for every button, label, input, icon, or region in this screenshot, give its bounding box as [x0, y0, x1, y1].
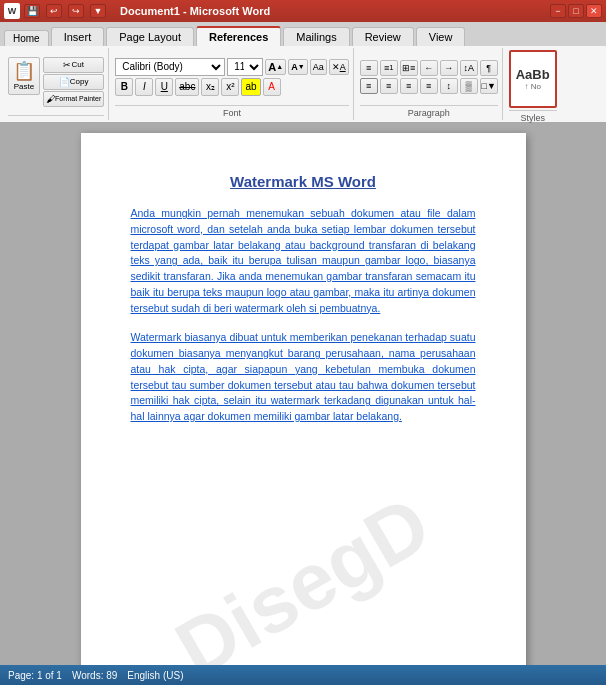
paragraph-label: Paragraph: [360, 105, 498, 118]
document-title: Watermark MS Word: [131, 173, 476, 190]
italic-btn[interactable]: I: [135, 78, 153, 96]
align-center-btn[interactable]: ≡: [380, 78, 398, 94]
styles-group: AaBb ↑ No Styles: [505, 48, 561, 120]
paragraph-group: ≡ ≡1 ⊞≡ ← → ↕A ¶ ≡ ≡ ≡ ≡ ↕ ▒ □▼: [356, 48, 503, 120]
font-label: Font: [115, 105, 348, 118]
clipboard-small-buttons: ✂ Cut 📄 Copy 🖌 Format Painter: [43, 57, 104, 107]
paragraph-controls: ≡ ≡1 ⊞≡ ← → ↕A ¶ ≡ ≡ ≡ ≡ ↕ ▒ □▼: [360, 50, 498, 103]
superscript-btn[interactable]: x²: [221, 78, 239, 96]
clipboard-group: 📋 Paste ✂ Cut 📄 Copy 🖌 Format Painter: [4, 48, 109, 120]
redo-btn[interactable]: ↪: [68, 4, 84, 18]
styles-label: Styles: [509, 110, 557, 123]
minimize-btn[interactable]: −: [550, 4, 566, 18]
tab-review[interactable]: Review: [352, 27, 414, 46]
underline-btn[interactable]: U: [155, 78, 173, 96]
document-page: Watermark MS Word Anda mungkin pernah me…: [81, 133, 526, 685]
bold-btn[interactable]: B: [115, 78, 133, 96]
borders-btn[interactable]: □▼: [480, 78, 498, 94]
customize-btn[interactable]: ▼: [90, 4, 106, 18]
maximize-btn[interactable]: □: [568, 4, 584, 18]
tab-insert[interactable]: Insert: [51, 27, 105, 46]
subscript-btn[interactable]: x₂: [201, 78, 219, 96]
change-case-btn[interactable]: Aa: [310, 59, 327, 75]
app-icon: W: [4, 3, 20, 19]
bullets-btn[interactable]: ≡: [360, 60, 378, 76]
style-normal-btn[interactable]: AaBb ↑ No: [509, 50, 557, 108]
clear-format-btn[interactable]: ✕A: [329, 59, 349, 75]
quick-save-btn[interactable]: 💾: [24, 4, 40, 18]
increase-indent-btn[interactable]: →: [440, 60, 458, 76]
format-painter-btn[interactable]: 🖌 Format Painter: [43, 91, 104, 107]
shading-btn[interactable]: ▒: [460, 78, 478, 94]
clipboard-label: [8, 115, 104, 118]
ribbon-tab-bar: Home Insert Page Layout References Maili…: [0, 22, 606, 46]
copy-btn[interactable]: 📄 Copy: [43, 74, 104, 90]
font-group: Calibri (Body) 11 A▲ A▼ Aa ✕A B I U abc …: [111, 48, 353, 120]
shrink-font-btn[interactable]: A▼: [288, 59, 307, 75]
line-spacing-btn[interactable]: ↕: [440, 78, 458, 94]
show-hide-btn[interactable]: ¶: [480, 60, 498, 76]
paragraph-1: Anda mungkin pernah menemukan sebuah dok…: [131, 206, 476, 316]
ribbon-content: 📋 Paste ✂ Cut 📄 Copy 🖌 Format Painter: [0, 46, 606, 122]
watermark: DisegD: [161, 478, 446, 685]
sort-btn[interactable]: ↕A: [460, 60, 478, 76]
window-controls: − □ ✕: [550, 4, 602, 18]
font-color-btn[interactable]: A: [263, 78, 281, 96]
font-name-select[interactable]: Calibri (Body): [115, 58, 225, 76]
font-controls: Calibri (Body) 11 A▲ A▼ Aa ✕A B I U abc …: [115, 50, 348, 103]
tab-view[interactable]: View: [416, 27, 466, 46]
grow-font-btn[interactable]: A▲: [265, 59, 286, 75]
page-count: Page: 1 of 1: [8, 670, 62, 681]
tab-page-layout[interactable]: Page Layout: [106, 27, 194, 46]
tab-mailings[interactable]: Mailings: [283, 27, 349, 46]
align-left-btn[interactable]: ≡: [360, 78, 378, 94]
window-title: Document1 - Microsoft Word: [120, 5, 270, 17]
close-btn[interactable]: ✕: [586, 4, 602, 18]
ribbon: Home Insert Page Layout References Maili…: [0, 22, 606, 123]
justify-btn[interactable]: ≡: [420, 78, 438, 94]
undo-btn[interactable]: ↩: [46, 4, 62, 18]
clipboard-controls: 📋 Paste ✂ Cut 📄 Copy 🖌 Format Painter: [8, 50, 104, 113]
word-count: Words: 89: [72, 670, 117, 681]
numbering-btn[interactable]: ≡1: [380, 60, 398, 76]
paste-btn[interactable]: 📋 Paste: [8, 57, 40, 95]
decrease-indent-btn[interactable]: ←: [420, 60, 438, 76]
text-highlight-btn[interactable]: ab: [241, 78, 260, 96]
strikethrough-btn[interactable]: abc: [175, 78, 199, 96]
styles-controls: AaBb ↑ No: [509, 50, 557, 108]
document-area: Watermark MS Word Anda mungkin pernah me…: [0, 123, 606, 685]
status-bar: Page: 1 of 1 Words: 89 English (US): [0, 665, 606, 685]
title-bar: W 💾 ↩ ↪ ▼ Document1 - Microsoft Word − □…: [0, 0, 606, 22]
cut-btn[interactable]: ✂ Cut: [43, 57, 104, 73]
align-right-btn[interactable]: ≡: [400, 78, 418, 94]
tab-home[interactable]: Home: [4, 30, 49, 46]
font-size-select[interactable]: 11: [227, 58, 263, 76]
multilevel-list-btn[interactable]: ⊞≡: [400, 60, 418, 76]
paragraph-2: Watermark biasanya dibuat untuk memberik…: [131, 330, 476, 425]
language: English (US): [127, 670, 183, 681]
title-bar-left: W 💾 ↩ ↪ ▼ Document1 - Microsoft Word: [4, 3, 270, 19]
tab-references[interactable]: References: [196, 26, 281, 46]
